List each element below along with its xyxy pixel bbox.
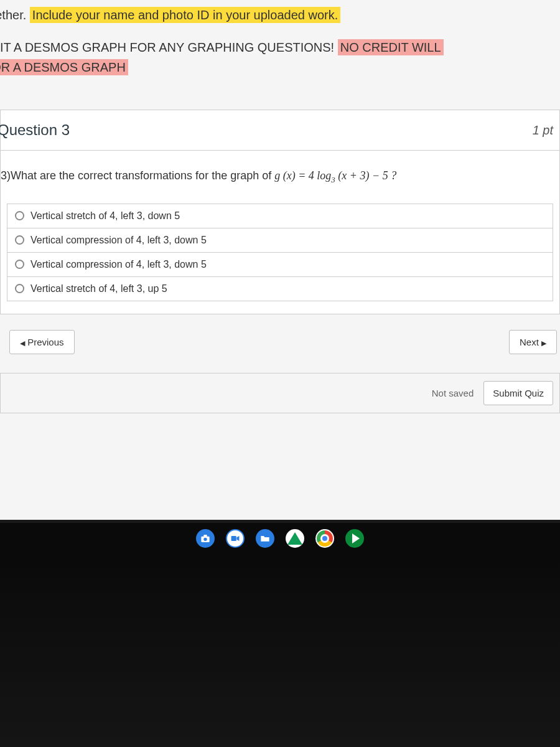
question-title: Question 3 bbox=[0, 121, 70, 139]
svg-marker-4 bbox=[236, 536, 239, 541]
quiz-screen: ogether. Include your name and photo ID … bbox=[0, 0, 560, 520]
quiz-footer: Not saved Submit Quiz bbox=[0, 373, 560, 413]
folder-icon bbox=[260, 535, 270, 542]
radio-icon[interactable] bbox=[15, 284, 24, 293]
question-points: 1 pt bbox=[533, 123, 553, 138]
option-label: Vertical compression of 4, left 3, down … bbox=[30, 235, 207, 246]
question-prompt: 3)What are the correct transformations f… bbox=[1, 169, 553, 185]
prompt-math: g (x) = 4 log3 (x + 3) − 5 ? bbox=[274, 169, 396, 182]
next-button[interactable]: Next ▶ bbox=[509, 330, 557, 354]
instruction-line-2: BMIT A DESMOS GRAPH FOR ANY GRAPHING QUE… bbox=[0, 37, 560, 57]
next-label: Next bbox=[520, 337, 539, 347]
answer-option[interactable]: Vertical stretch of 4, left 3, up 5 bbox=[7, 277, 553, 301]
chrome-app-icon[interactable] bbox=[315, 529, 334, 548]
save-status: Not saved bbox=[432, 388, 474, 398]
radio-icon[interactable] bbox=[15, 211, 24, 220]
instruction-highlight-1: Include your name and photo ID in your u… bbox=[30, 7, 340, 23]
submit-quiz-button[interactable]: Submit Quiz bbox=[483, 381, 553, 405]
option-label: Vertical stretch of 4, left 3, down 5 bbox=[30, 210, 180, 222]
instruction-line-1: ogether. Include your name and photo ID … bbox=[0, 5, 560, 25]
video-icon bbox=[231, 535, 240, 542]
video-app-icon[interactable] bbox=[226, 529, 245, 548]
prompt-text: 3)What are the correct transformations f… bbox=[1, 169, 274, 182]
answer-option[interactable]: Vertical compression of 4, left 3, down … bbox=[7, 228, 553, 253]
svg-rect-1 bbox=[203, 535, 207, 537]
instructions-block: ogether. Include your name and photo ID … bbox=[0, 0, 560, 85]
nav-buttons: ◀ Previous Next ▶ bbox=[0, 314, 560, 367]
svg-point-2 bbox=[203, 538, 207, 541]
radio-icon[interactable] bbox=[15, 260, 24, 269]
svg-rect-3 bbox=[231, 536, 236, 541]
instruction-highlight-2: NO CREDIT WILL bbox=[338, 39, 444, 55]
option-label: Vertical compression of 4, left 3, down … bbox=[30, 259, 207, 270]
previous-label: Previous bbox=[27, 337, 63, 347]
answer-options: Vertical stretch of 4, left 3, down 5 Ve… bbox=[7, 204, 553, 301]
instruction-line-3: FOR A DESMOS GRAPH bbox=[0, 57, 560, 77]
instruction-text-prefix: ogether. bbox=[0, 8, 30, 22]
right-arrow-icon: ▶ bbox=[541, 339, 546, 347]
question-body: 3)What are the correct transformations f… bbox=[1, 151, 559, 314]
taskbar bbox=[0, 523, 560, 554]
question-card: Question 3 1 pt 3)What are the correct t… bbox=[0, 110, 560, 314]
option-label: Vertical stretch of 4, left 3, up 5 bbox=[30, 283, 167, 294]
radio-icon[interactable] bbox=[15, 235, 24, 245]
answer-option[interactable]: Vertical stretch of 4, left 3, down 5 bbox=[7, 204, 553, 228]
play-app-icon[interactable] bbox=[345, 529, 364, 548]
chrome-icon bbox=[317, 530, 333, 547]
answer-option[interactable]: Vertical compression of 4, left 3, down … bbox=[7, 253, 553, 277]
instruction-highlight-3: FOR A DESMOS GRAPH bbox=[0, 59, 128, 75]
drive-app-icon[interactable] bbox=[286, 529, 304, 548]
play-icon bbox=[352, 533, 360, 543]
drive-icon bbox=[287, 532, 302, 545]
files-app-icon[interactable] bbox=[256, 529, 274, 548]
camera-app-icon[interactable] bbox=[196, 529, 215, 548]
camera-icon bbox=[200, 534, 210, 543]
left-arrow-icon: ◀ bbox=[20, 339, 25, 347]
question-header: Question 3 1 pt bbox=[1, 110, 559, 151]
below-screen-area bbox=[0, 554, 560, 747]
previous-button[interactable]: ◀ Previous bbox=[9, 330, 75, 354]
instruction-text-2: BMIT A DESMOS GRAPH FOR ANY GRAPHING QUE… bbox=[0, 40, 338, 54]
